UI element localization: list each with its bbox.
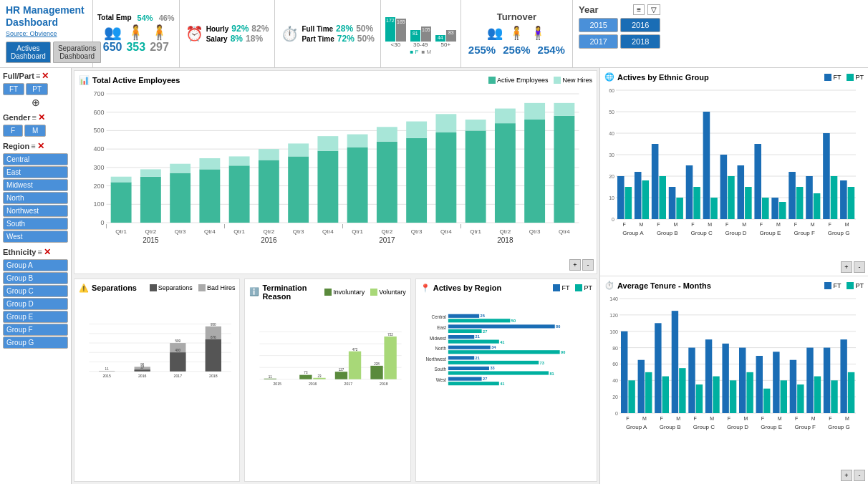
year-filter-icon[interactable]: ≡ xyxy=(633,4,645,15)
ethnicity-filter-icon[interactable]: ≡ xyxy=(37,248,42,256)
ethnicity-item-group-e[interactable]: Group E xyxy=(3,311,68,323)
btn-pt[interactable]: PT xyxy=(26,83,48,95)
svg-text:50: 50 xyxy=(511,319,516,323)
region-item-north[interactable]: North xyxy=(3,192,68,204)
svg-rect-211 xyxy=(831,176,838,219)
chart-expand[interactable]: + xyxy=(569,259,581,271)
svg-text:Group G: Group G xyxy=(828,424,850,430)
main-body: Full/Part ≡ ✕ FT PT ⊕ Gender ≡ ✕ xyxy=(0,68,868,484)
svg-rect-61 xyxy=(406,122,427,138)
ethnicity-item-group-f[interactable]: Group F xyxy=(3,324,68,336)
btn-m[interactable]: M xyxy=(24,125,46,137)
svg-rect-258 xyxy=(746,372,753,413)
svg-text:F: F xyxy=(626,416,629,421)
svg-text:2017: 2017 xyxy=(174,373,183,377)
ethnicity-title: Ethnicity xyxy=(3,248,36,256)
svg-rect-243 xyxy=(672,311,678,413)
ethnicity-item-group-b[interactable]: Group B xyxy=(3,272,68,284)
svg-rect-261 xyxy=(756,356,763,413)
ethnic-expand[interactable]: + xyxy=(841,261,852,273)
term-legend1: Involuntary xyxy=(324,289,365,296)
year-2016[interactable]: 2016 xyxy=(620,18,660,32)
svg-rect-140 xyxy=(448,356,474,359)
svg-rect-206 xyxy=(806,176,813,219)
region-item-west[interactable]: West xyxy=(3,231,68,243)
svg-text:Group D: Group D xyxy=(727,424,748,430)
legend-active: Active Employees xyxy=(488,77,549,84)
svg-text:Qtr1: Qtr1 xyxy=(470,228,481,235)
svg-rect-122 xyxy=(448,319,511,322)
separations-panel: ⚠️ Separations Separations Bad Hires 112… xyxy=(74,279,240,483)
svg-rect-169 xyxy=(625,187,632,219)
svg-text:M: M xyxy=(811,416,816,421)
btn-f[interactable]: F xyxy=(3,125,23,137)
year-2017[interactable]: 2017 xyxy=(579,34,619,49)
svg-rect-172 xyxy=(642,180,650,219)
region-item-northwest[interactable]: Northwest xyxy=(3,205,68,217)
ethnicity-item-group-d[interactable]: Group D xyxy=(3,298,68,310)
svg-text:11: 11 xyxy=(105,367,110,370)
svg-rect-71 xyxy=(554,103,574,116)
year-clear-icon[interactable]: ▽ xyxy=(647,4,660,15)
pt-label: Part Time xyxy=(302,35,334,43)
year-2015[interactable]: 2015 xyxy=(579,18,619,32)
region-item-east[interactable]: East xyxy=(3,166,68,178)
svg-text:F: F xyxy=(760,222,763,227)
svg-text:60: 60 xyxy=(612,362,618,367)
gender-filter: Gender ≡ ✕ F M xyxy=(3,112,68,137)
svg-text:Group A: Group A xyxy=(626,424,647,430)
fullpart-filter-icon[interactable]: ≡ xyxy=(36,72,40,80)
fullpart-clear-icon[interactable]: ✕ xyxy=(42,71,49,81)
ethnic-chart: 0102030405060FMGroup AFMGroup BFMGroup C… xyxy=(604,83,864,241)
svg-text:0: 0 xyxy=(100,219,104,226)
region-filter-icon[interactable]: ≡ xyxy=(31,142,35,150)
ethnicity-item-group-a[interactable]: Group A xyxy=(3,259,68,271)
svg-text:600: 600 xyxy=(93,109,104,116)
region-icon: 📍 xyxy=(420,284,430,293)
btn-ft[interactable]: FT xyxy=(3,83,24,95)
region-filter: Region ≡ ✕ CentralEastMidwestNorthNorthw… xyxy=(3,141,68,243)
svg-text:200: 200 xyxy=(93,183,104,190)
chart-shrink[interactable]: - xyxy=(582,259,594,271)
ethnicity-clear-icon[interactable]: ✕ xyxy=(44,247,51,257)
svg-text:F: F xyxy=(691,222,694,227)
region-item-central[interactable]: Central xyxy=(3,153,68,165)
svg-rect-142 xyxy=(448,360,539,364)
svg-rect-54 xyxy=(317,151,338,223)
region-item-midwest[interactable]: Midwest xyxy=(3,179,68,191)
dashboard-title: HR Management Dashboard xyxy=(6,4,87,29)
svg-text:Qtr4: Qtr4 xyxy=(559,228,570,235)
year-2018[interactable]: 2018 xyxy=(620,34,660,49)
svg-rect-53 xyxy=(288,143,309,156)
ethnicity-item-group-c[interactable]: Group C xyxy=(3,285,68,297)
tab-actives[interactable]: Actives Dashboard xyxy=(6,42,51,63)
svg-text:F: F xyxy=(829,416,831,421)
svg-text:Group B: Group B xyxy=(660,424,681,430)
svg-rect-176 xyxy=(659,176,666,219)
ethnicity-item-group-g[interactable]: Group G xyxy=(3,337,68,349)
svg-text:21: 21 xyxy=(475,334,479,339)
svg-rect-269 xyxy=(797,384,804,413)
gender-clear-icon[interactable]: ✕ xyxy=(38,112,45,122)
svg-text:East: East xyxy=(437,324,446,329)
region-clear-icon[interactable]: ✕ xyxy=(37,141,44,151)
svg-rect-87 xyxy=(170,352,185,371)
tenure-expand[interactable]: + xyxy=(841,470,852,481)
termination-panel: ℹ️ Termination Reason Involuntary Volunt… xyxy=(244,279,410,483)
tenure-shrink[interactable]: - xyxy=(854,470,865,481)
tenure-chart: 020406080100120140FMGroup AFMGroup BFMGr… xyxy=(604,291,864,435)
svg-rect-145 xyxy=(448,366,489,369)
svg-text:F: F xyxy=(622,222,625,227)
ft-label: Full Time xyxy=(302,25,333,33)
svg-rect-178 xyxy=(669,187,676,219)
ethnic-shrink[interactable]: - xyxy=(854,261,865,273)
region-item-south[interactable]: South xyxy=(3,218,68,230)
tenure-title: Average Tenure - Months xyxy=(617,281,711,290)
gender-filter-icon[interactable]: ≡ xyxy=(32,113,37,122)
add-calc-icon[interactable]: ⊕ xyxy=(32,97,40,108)
svg-text:10: 10 xyxy=(609,195,614,200)
svg-rect-251 xyxy=(713,377,719,413)
svg-rect-82 xyxy=(135,369,150,371)
svg-text:South: South xyxy=(434,367,446,372)
header: HR Management Dashboard Source: Obvience… xyxy=(0,0,868,68)
